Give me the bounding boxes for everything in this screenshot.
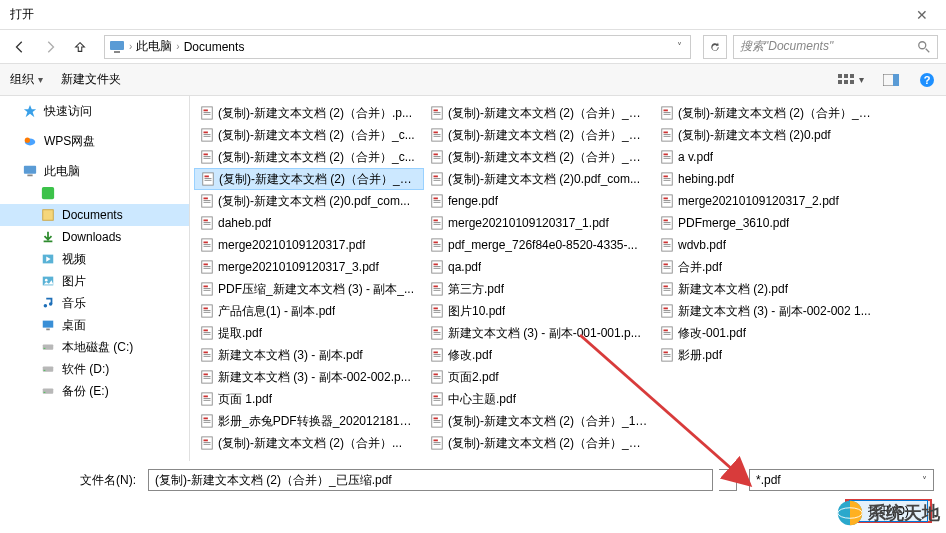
file-item[interactable]: merge20210109120317_3.pdf xyxy=(194,256,424,278)
file-item[interactable]: 合并.pdf xyxy=(654,256,884,278)
chevron-down-icon[interactable]: ▾ xyxy=(859,74,864,85)
footer: 文件名(N): (复制)-新建文本文档 (2)（合并）_已压缩.pdf ˅ *.… xyxy=(0,461,946,531)
file-item[interactable]: 提取.pdf xyxy=(194,322,424,344)
file-item[interactable]: hebing.pdf xyxy=(654,168,884,190)
refresh-button[interactable] xyxy=(703,35,727,59)
file-item[interactable]: (复制)-新建文本文档 (2)0.pdf_com... xyxy=(424,168,654,190)
file-item[interactable]: (复制)-新建文本文档 (2)（合并）.p... xyxy=(194,102,424,124)
crumb-thispc[interactable]: 此电脑 xyxy=(136,38,172,55)
organize-menu[interactable]: 组织 xyxy=(10,71,34,88)
file-item[interactable]: (复制)-新建文本文档 (2)0.pdf xyxy=(654,124,884,146)
file-item[interactable]: (复制)-新建文本文档 (2)（合并）_已... xyxy=(424,146,654,168)
sidebar-wps[interactable]: WPS网盘 xyxy=(0,130,189,152)
file-item[interactable]: 新建文本文档 (2).pdf xyxy=(654,278,884,300)
svg-rect-189 xyxy=(664,246,671,247)
close-icon[interactable]: ✕ xyxy=(908,3,936,27)
file-item[interactable]: daheb.pdf xyxy=(194,212,424,234)
file-name: PDF压缩_新建文本文档 (3) - 副本_... xyxy=(218,281,414,298)
file-item[interactable]: (复制)-新建文本文档 (2)（合并）_加... xyxy=(424,432,654,454)
file-item[interactable]: (复制)-新建文本文档 (2)（合并）_c... xyxy=(194,146,424,168)
file-name: 修改.pdf xyxy=(448,347,492,364)
file-item[interactable]: 新建文本文档 (3) - 副本-002-002 1... xyxy=(654,300,884,322)
file-item[interactable]: 修改.pdf xyxy=(424,344,654,366)
sidebar-item[interactable]: Downloads xyxy=(0,226,189,248)
svg-rect-49 xyxy=(205,180,212,181)
file-type-filter[interactable]: *.pdf˅ xyxy=(749,469,934,491)
svg-rect-209 xyxy=(664,356,671,357)
chevron-down-icon[interactable]: ▾ xyxy=(38,74,43,85)
file-item[interactable]: 产品信息(1) - 副本.pdf xyxy=(194,300,424,322)
file-item[interactable]: PDF压缩_新建文本文档 (3) - 副本_... xyxy=(194,278,424,300)
sidebar-item[interactable]: 软件 (D:) xyxy=(0,358,189,380)
file-item[interactable]: 页面 1.pdf xyxy=(194,388,424,410)
cloud-icon xyxy=(22,133,38,149)
file-item[interactable]: 影册_赤兔PDF转换器_20201218102... xyxy=(194,410,424,432)
sidebar-item[interactable]: 图片 xyxy=(0,270,189,292)
svg-rect-208 xyxy=(664,354,671,355)
sidebar-item[interactable]: 本地磁盘 (C:) xyxy=(0,336,189,358)
file-item[interactable]: (复制)-新建文本文档 (2)（合并）_加... xyxy=(424,124,654,146)
svg-rect-203 xyxy=(664,330,668,332)
file-item[interactable]: 中心主题.pdf xyxy=(424,388,654,410)
file-item[interactable]: 页面2.pdf xyxy=(424,366,654,388)
forward-button[interactable] xyxy=(38,35,62,59)
sidebar-item[interactable]: 桌面 xyxy=(0,314,189,336)
file-list[interactable]: (复制)-新建文本文档 (2)（合并）.p...(复制)-新建文本文档 (2)（… xyxy=(190,96,946,461)
sidebar-item[interactable]: Documents xyxy=(0,204,189,226)
crumb-documents[interactable]: Documents xyxy=(184,40,245,54)
file-item[interactable]: (复制)-新建文本文档 (2)（合并）_加... xyxy=(424,102,654,124)
svg-rect-56 xyxy=(204,222,211,223)
sidebar-thispc[interactable]: 此电脑 xyxy=(0,160,189,182)
file-item[interactable]: 第三方.pdf xyxy=(424,278,654,300)
file-item[interactable]: a v.pdf xyxy=(654,146,884,168)
file-item[interactable]: (复制)-新建文本文档 (2)0.pdf_com... xyxy=(194,190,424,212)
file-item[interactable]: merge20210109120317_1.pdf xyxy=(424,212,654,234)
svg-rect-29 xyxy=(44,348,46,349)
svg-rect-99 xyxy=(434,110,438,112)
filename-history-dropdown[interactable]: ˅ xyxy=(719,469,737,491)
file-item[interactable]: merge20210109120317.pdf xyxy=(194,234,424,256)
file-item[interactable]: 影册.pdf xyxy=(654,344,884,366)
sidebar-quick-access[interactable]: 快速访问 xyxy=(0,100,189,122)
help-icon[interactable]: ? xyxy=(918,71,936,89)
new-folder-button[interactable]: 新建文件夹 xyxy=(61,71,121,88)
file-item[interactable]: (复制)-新建文本文档 (2)（合并）... xyxy=(194,432,424,454)
file-item[interactable]: 新建文本文档 (3) - 副本-001-001.p... xyxy=(424,322,654,344)
preview-pane-icon[interactable] xyxy=(882,71,900,89)
file-item[interactable]: wdvb.pdf xyxy=(654,234,884,256)
file-item[interactable]: qa.pdf xyxy=(424,256,654,278)
file-item[interactable]: 修改-001.pdf xyxy=(654,322,884,344)
file-item[interactable]: PDFmerge_3610.pdf xyxy=(654,212,884,234)
file-name: (复制)-新建文本文档 (2)（合并）_c... xyxy=(218,149,415,166)
up-button[interactable] xyxy=(68,35,92,59)
file-item[interactable]: (复制)-新建文本文档 (2)（合并）_加... xyxy=(654,102,884,124)
svg-rect-72 xyxy=(204,310,211,311)
chevron-down-icon[interactable]: ˅ xyxy=(677,41,686,52)
file-item[interactable]: (复制)-新建文本文档 (2)（合并）_c... xyxy=(194,124,424,146)
view-options-icon[interactable] xyxy=(837,71,855,89)
sidebar-item[interactable]: 音乐 xyxy=(0,292,189,314)
svg-rect-81 xyxy=(204,356,211,357)
file-item[interactable]: fenge.pdf xyxy=(424,190,654,212)
file-item[interactable]: 新建文本文档 (3) - 副本-002-002.p... xyxy=(194,366,424,388)
file-name: (复制)-新建文本文档 (2)（合并）_已... xyxy=(219,171,417,188)
breadcrumb[interactable]: › 此电脑 › Documents ˅ xyxy=(104,35,691,59)
svg-rect-121 xyxy=(434,224,441,225)
file-item[interactable]: 图片10.pdf xyxy=(424,300,654,322)
filename-input[interactable]: (复制)-新建文本文档 (2)（合并）_已压缩.pdf xyxy=(148,469,713,491)
svg-rect-64 xyxy=(204,266,211,267)
file-item[interactable]: merge20210109120317_2.pdf xyxy=(654,190,884,212)
sidebar-item[interactable]: 视频 xyxy=(0,248,189,270)
file-item[interactable]: 新建文本文档 (3) - 副本.pdf xyxy=(194,344,424,366)
back-button[interactable] xyxy=(8,35,32,59)
search-input[interactable]: 搜索"Documents" xyxy=(733,35,938,59)
svg-rect-104 xyxy=(434,134,441,135)
svg-rect-117 xyxy=(434,202,441,203)
sidebar-unknown-item[interactable] xyxy=(0,182,189,204)
file-item[interactable]: pdf_merge_726f84e0-8520-4335-... xyxy=(424,234,654,256)
svg-rect-27 xyxy=(46,329,50,331)
file-item[interactable]: (复制)-新建文本文档 (2)（合并）_1.... xyxy=(424,410,654,432)
sidebar-item[interactable]: 备份 (E:) xyxy=(0,380,189,402)
file-item[interactable]: (复制)-新建文本文档 (2)（合并）_已... xyxy=(194,168,424,190)
pdf-icon xyxy=(660,282,674,296)
